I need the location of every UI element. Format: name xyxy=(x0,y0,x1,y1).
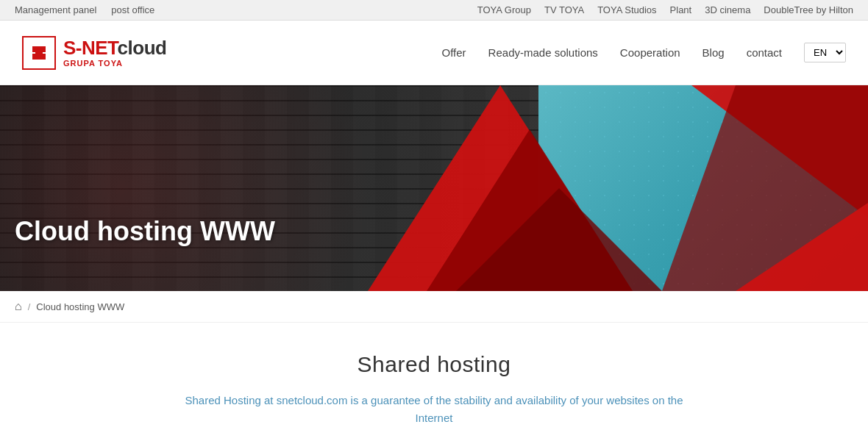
language-select[interactable]: EN PL xyxy=(804,43,846,62)
hero-right-panel xyxy=(538,85,868,291)
nav-cooperation[interactable]: Cooperation xyxy=(620,46,680,59)
logo[interactable]: S-NETcloud GRUPA TOYA xyxy=(22,36,166,70)
top-bar-left: Management panel post office xyxy=(15,4,154,15)
main-nav: Offer Ready-made solutions Cooperation B… xyxy=(442,43,846,62)
breadcrumb: ⌂ / Cloud hosting WWW xyxy=(0,291,868,323)
logo-name: S-NETcloud xyxy=(63,37,166,59)
main-content: Shared hosting Shared Hosting at snetclo… xyxy=(0,323,868,441)
nav-offer[interactable]: Offer xyxy=(442,46,466,59)
breadcrumb-current: Cloud hosting WWW xyxy=(36,301,124,312)
home-icon[interactable]: ⌂ xyxy=(15,300,22,313)
top-bar-right: TOYA Group TV TOYA TOYA Studios Plant 3D… xyxy=(477,4,853,15)
doubletree-link[interactable]: DoubleTree by Hilton xyxy=(764,4,853,15)
toya-group-link[interactable]: TOYA Group xyxy=(477,4,531,15)
content-subtitle: Shared Hosting at snetcloud.com is a gua… xyxy=(177,392,691,427)
cinema-3d-link[interactable]: 3D cinema xyxy=(705,4,750,15)
top-bar: Management panel post office TOYA Group … xyxy=(0,0,868,21)
management-panel-link[interactable]: Management panel xyxy=(15,4,96,15)
toya-studios-link[interactable]: TOYA Studios xyxy=(597,4,656,15)
content-title: Shared hosting xyxy=(15,352,853,377)
logo-text: S-NETcloud GRUPA TOYA xyxy=(63,37,166,68)
post-office-link[interactable]: post office xyxy=(111,4,154,15)
logo-subtitle: GRUPA TOYA xyxy=(63,59,166,68)
plant-link[interactable]: Plant xyxy=(670,4,692,15)
nav-blog[interactable]: Blog xyxy=(702,46,725,59)
logo-sub-prefix: GRUPA xyxy=(63,59,99,68)
logo-sub-toya: TOYA xyxy=(99,59,123,68)
logo-name-prefix: S-NET xyxy=(63,37,118,59)
logo-name-suffix: cloud xyxy=(118,37,167,59)
logo-icon xyxy=(22,36,56,70)
tv-toya-link[interactable]: TV TOYA xyxy=(544,4,584,15)
nav-ready-made[interactable]: Ready-made solutions xyxy=(488,46,598,59)
hero-background xyxy=(0,85,608,291)
hero-title: Cloud hosting WWW xyxy=(15,216,275,247)
nav-contact[interactable]: contact xyxy=(747,46,782,59)
logo-s-icon xyxy=(28,42,50,64)
header: S-NETcloud GRUPA TOYA Offer Ready-made s… xyxy=(0,21,868,85)
breadcrumb-separator: / xyxy=(28,301,31,312)
hero-banner: Cloud hosting WWW xyxy=(0,85,868,291)
